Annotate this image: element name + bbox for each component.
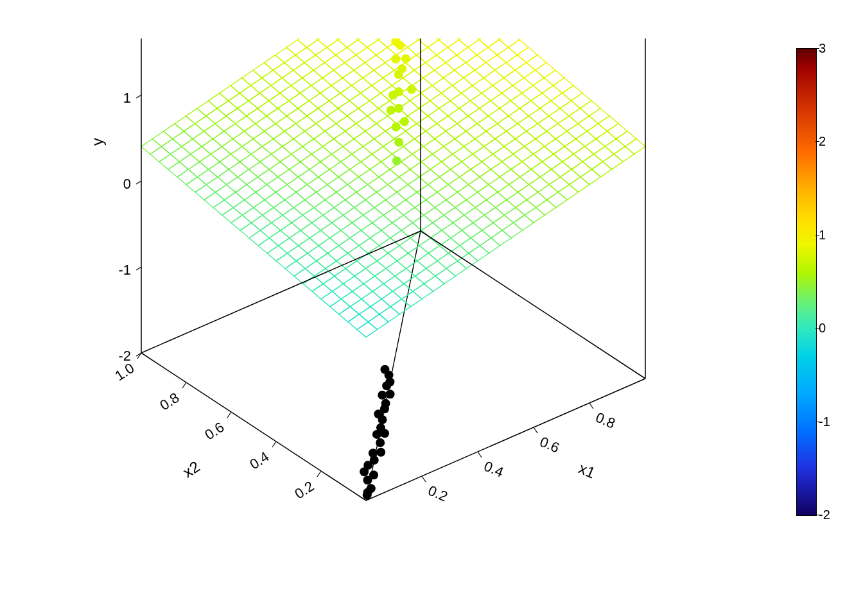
surface-cell bbox=[401, 223, 421, 238]
box-edge bbox=[366, 379, 645, 501]
surface-cell bbox=[534, 146, 554, 162]
surface-cell bbox=[226, 108, 246, 124]
surface-cell bbox=[419, 38, 439, 47]
surface-cell bbox=[502, 154, 522, 169]
surface-cell bbox=[343, 139, 363, 154]
surface-cell bbox=[302, 139, 322, 154]
surface-cell bbox=[516, 131, 536, 146]
surface-cell bbox=[585, 139, 605, 154]
surface-cell bbox=[341, 291, 361, 307]
surface-cell bbox=[437, 253, 457, 269]
surface-cell bbox=[374, 132, 394, 147]
surface-cell bbox=[484, 139, 504, 154]
surface-cell bbox=[430, 162, 450, 177]
surface-cell bbox=[471, 162, 491, 177]
surface-cell bbox=[344, 276, 363, 291]
surface-cell bbox=[570, 177, 589, 193]
surface-cell bbox=[293, 132, 313, 147]
surface-cell bbox=[552, 162, 571, 177]
surface-cell bbox=[493, 215, 513, 230]
surface-cell bbox=[370, 162, 390, 177]
surface-cell bbox=[325, 193, 345, 208]
surface-cell bbox=[285, 193, 305, 208]
surface-cell bbox=[211, 146, 231, 162]
surface-cell bbox=[487, 193, 507, 208]
surface-point bbox=[401, 55, 410, 64]
surface-cell bbox=[390, 299, 410, 314]
surface-cell bbox=[229, 93, 248, 108]
surface-cell bbox=[281, 223, 301, 238]
surface-cell bbox=[460, 238, 480, 253]
surface-cell bbox=[464, 139, 484, 154]
surface-cell bbox=[506, 55, 526, 71]
surface-cell bbox=[278, 169, 298, 185]
surface-cell bbox=[558, 185, 578, 200]
surface-cell bbox=[348, 314, 368, 330]
surface-cell bbox=[540, 101, 560, 116]
surface-cell bbox=[379, 307, 399, 322]
surface-cell bbox=[428, 40, 448, 55]
surface-cell bbox=[439, 169, 459, 185]
surface-cell bbox=[320, 154, 340, 169]
surface-cell bbox=[249, 162, 269, 177]
surface-cell bbox=[518, 116, 537, 132]
surface-cell bbox=[267, 246, 287, 261]
surface-cell bbox=[545, 139, 564, 154]
surface-cell bbox=[441, 85, 461, 101]
surface-cell bbox=[278, 238, 298, 253]
surface-cell bbox=[478, 185, 498, 200]
z-tick bbox=[136, 95, 141, 98]
surface-cell bbox=[408, 246, 428, 261]
surface-cell bbox=[525, 207, 545, 223]
surface-cell bbox=[466, 124, 486, 139]
surface-cell bbox=[327, 108, 347, 124]
surface-cell bbox=[283, 139, 302, 154]
surface-cell bbox=[327, 40, 347, 55]
surface-cell bbox=[449, 246, 469, 261]
surface-cell bbox=[363, 207, 383, 223]
surface-cell bbox=[502, 223, 522, 238]
surface-cell bbox=[240, 85, 259, 101]
surface-cell bbox=[415, 268, 435, 284]
surface-cell bbox=[561, 169, 580, 185]
surface-cell bbox=[323, 276, 343, 291]
surface-point bbox=[407, 85, 416, 94]
surface-cell bbox=[527, 55, 546, 71]
colorbar-tick-label: 1 bbox=[819, 227, 826, 242]
surface-cell bbox=[455, 63, 475, 78]
surface-cell bbox=[578, 116, 598, 132]
surface-cell bbox=[275, 47, 295, 63]
surface-cell bbox=[451, 230, 471, 246]
surface-cell bbox=[406, 124, 426, 139]
surface-cell bbox=[321, 223, 341, 238]
surface-cell bbox=[450, 93, 470, 108]
surface-point bbox=[392, 123, 401, 132]
surface-cell bbox=[286, 40, 306, 55]
surface-cell bbox=[457, 47, 476, 63]
surface-cell bbox=[280, 154, 300, 169]
surface-cell bbox=[374, 200, 394, 215]
surface-cell bbox=[347, 40, 367, 55]
surface-cell bbox=[522, 85, 542, 101]
surface-cell bbox=[242, 139, 262, 154]
surface-cell bbox=[424, 207, 444, 223]
surface-cell bbox=[414, 63, 434, 78]
surface-cell bbox=[459, 101, 479, 116]
surface-cell bbox=[307, 40, 327, 55]
surface-cell bbox=[518, 47, 537, 63]
surface-cell bbox=[480, 238, 500, 253]
surface-cell bbox=[493, 146, 513, 162]
surface-cell bbox=[375, 268, 395, 284]
surface-cell bbox=[313, 63, 333, 78]
surface-cell bbox=[312, 215, 332, 230]
surface-cell bbox=[301, 154, 320, 169]
surface-cell bbox=[276, 185, 296, 200]
surface-cell bbox=[272, 215, 292, 230]
z-tick bbox=[136, 267, 141, 270]
surface-cell bbox=[417, 253, 437, 269]
surface-cell bbox=[564, 139, 584, 154]
surface-cell bbox=[525, 139, 545, 154]
surface-cell bbox=[415, 200, 435, 215]
surface-cell bbox=[468, 40, 488, 55]
surface-cell bbox=[289, 162, 309, 177]
